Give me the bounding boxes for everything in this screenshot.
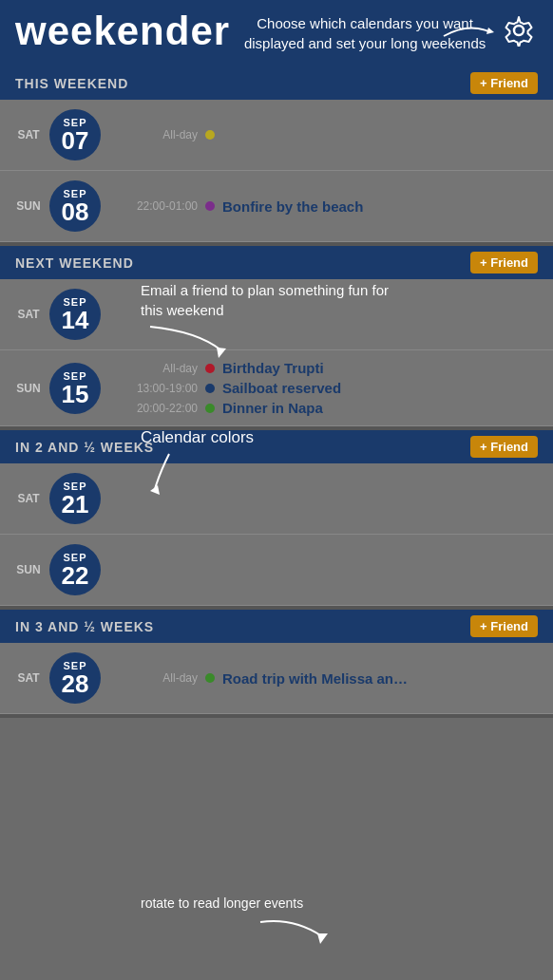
date-day: 14 — [62, 308, 89, 332]
arrow-to-gear-icon — [439, 21, 496, 42]
section-divider — [0, 714, 553, 718]
day-row: SATSEP14 — [0, 279, 553, 350]
sections-container: THIS WEEKEND+ FriendSATSEP07All-daySUNSE… — [0, 66, 553, 718]
day-label: SAT — [15, 128, 42, 141]
event-dot — [205, 673, 215, 683]
app-header: weekender Choose which calendars you wan… — [0, 0, 553, 66]
events-column: All-dayRoad trip with Melissa an… — [112, 670, 538, 687]
event-dot — [205, 404, 215, 413]
svg-point-1 — [514, 26, 524, 35]
date-circle[interactable]: SEP21 — [49, 473, 101, 524]
event-row[interactable]: All-day — [112, 128, 538, 141]
date-circle[interactable]: SEP28 — [49, 652, 101, 704]
date-day: 07 — [62, 128, 89, 153]
event-time: All-day — [112, 671, 198, 685]
event-row[interactable]: 22:00-01:00Bonfire by the beach — [112, 198, 538, 215]
date-day: 15 — [62, 382, 89, 406]
day-label: SUN — [15, 382, 42, 395]
events-column: All-day — [112, 128, 538, 141]
date-circle[interactable]: SEP14 — [49, 289, 101, 340]
date-day: 28 — [62, 671, 89, 696]
event-row[interactable]: 20:00-22:00Dinner in Napa — [112, 400, 538, 416]
event-dot — [205, 384, 215, 393]
day-row: SATSEP28All-dayRoad trip with Melissa an… — [0, 643, 553, 714]
svg-marker-4 — [317, 933, 328, 944]
date-circle[interactable]: SEP08 — [49, 180, 101, 232]
arrow-curve-icon — [256, 913, 332, 951]
event-time: All-day — [112, 128, 198, 141]
settings-button[interactable] — [500, 11, 538, 49]
rotate-tip-annotation: rotate to read longer events — [141, 895, 303, 913]
event-title: Road trip with Melissa an… — [222, 670, 408, 687]
day-label: SUN — [15, 199, 42, 213]
event-title: Birthday Trupti — [222, 360, 324, 376]
friend-button-in-3-half-weeks[interactable]: + Friend — [470, 615, 538, 637]
day-label: SAT — [15, 671, 42, 685]
date-circle[interactable]: SEP15 — [49, 363, 101, 414]
date-day: 21 — [62, 492, 89, 517]
day-row: SUNSEP15All-dayBirthday Trupti13:00-19:0… — [0, 350, 553, 426]
section-title-in-2-half-weeks: IN 2 AND ½ WEEKS — [15, 440, 154, 455]
date-circle[interactable]: SEP22 — [49, 544, 101, 595]
event-time: All-day — [112, 362, 198, 375]
friend-button-this-weekend[interactable]: + Friend — [470, 72, 538, 94]
section-header-next-weekend: NEXT WEEKEND+ Friend — [0, 246, 553, 279]
event-title: Bonfire by the beach — [222, 198, 363, 215]
day-label: SAT — [15, 308, 42, 321]
day-row: SUNSEP22 — [0, 535, 553, 606]
event-row[interactable]: All-dayRoad trip with Melissa an… — [112, 670, 538, 687]
event-time: 20:00-22:00 — [112, 402, 198, 415]
day-label: SAT — [15, 492, 42, 505]
section-title-this-weekend: THIS WEEKEND — [15, 76, 128, 91]
app-title: weekender — [15, 11, 230, 51]
event-dot — [205, 130, 215, 140]
event-time: 22:00-01:00 — [112, 199, 198, 213]
event-time: 13:00-19:00 — [112, 382, 198, 395]
section-header-this-weekend: THIS WEEKEND+ Friend — [0, 66, 553, 100]
event-dot — [205, 201, 215, 211]
date-day: 22 — [62, 563, 89, 588]
events-column: All-dayBirthday Trupti13:00-19:00Sailboa… — [112, 360, 538, 416]
day-row: SUNSEP0822:00-01:00Bonfire by the beach — [0, 171, 553, 242]
event-title: Dinner in Napa — [222, 400, 323, 416]
day-row: SATSEP21 — [0, 463, 553, 535]
events-column: 22:00-01:00Bonfire by the beach — [112, 198, 538, 215]
event-row[interactable]: 13:00-19:00Sailboat reserved — [112, 380, 538, 396]
friend-button-in-2-half-weeks[interactable]: + Friend — [470, 436, 538, 458]
event-title: Sailboat reserved — [222, 380, 341, 396]
friend-button-next-weekend[interactable]: + Friend — [470, 252, 538, 273]
day-label: SUN — [15, 563, 42, 576]
day-row: SATSEP07All-day — [0, 100, 553, 171]
date-circle[interactable]: SEP07 — [49, 109, 101, 160]
section-title-next-weekend: NEXT WEEKEND — [15, 255, 134, 271]
event-dot — [205, 364, 215, 373]
event-row[interactable]: All-dayBirthday Trupti — [112, 360, 538, 376]
gear-icon — [503, 14, 535, 47]
section-title-in-3-half-weeks: IN 3 AND ½ WEEKS — [15, 619, 154, 634]
svg-marker-0 — [486, 28, 494, 34]
section-header-in-2-half-weeks: IN 2 AND ½ WEEKS+ Friend — [0, 430, 553, 463]
header-right: Choose which calendars you want displaye… — [239, 11, 538, 53]
date-day: 08 — [62, 199, 89, 224]
section-header-in-3-half-weeks: IN 3 AND ½ WEEKS+ Friend — [0, 610, 553, 643]
